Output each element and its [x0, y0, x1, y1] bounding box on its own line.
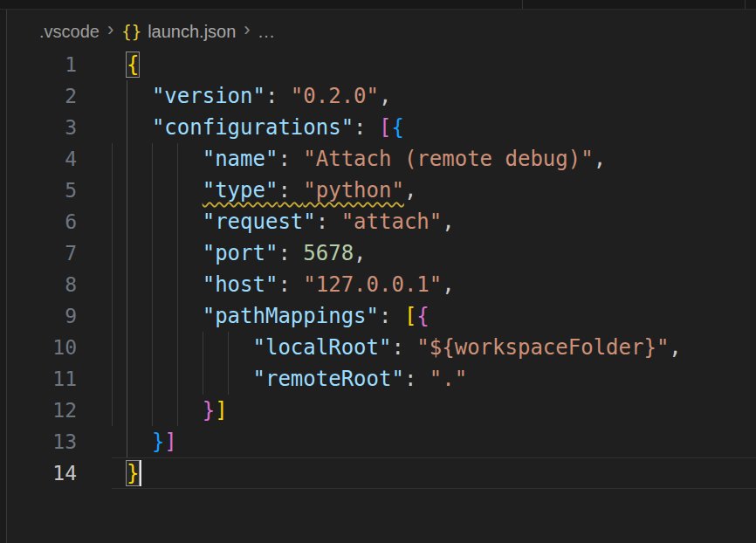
token-str: "."	[430, 367, 467, 391]
code-line-4[interactable]: 4 "name": "Attach (remote debug)",	[0, 143, 756, 175]
token-key: "localRoot"	[253, 335, 392, 360]
line-number-13[interactable]: 13	[0, 426, 77, 457]
code-text: "name": "Attach (remote debug)",	[127, 143, 606, 175]
line-number-4[interactable]: 4	[0, 143, 77, 175]
indent-whitespace	[127, 304, 203, 328]
code-line-2[interactable]: 2 "version": "0.2.0",	[0, 80, 756, 112]
token-str: "attach"	[341, 210, 443, 234]
breadcrumb-symbol-ellipsis[interactable]: ...	[258, 22, 276, 42]
indent-whitespace	[127, 398, 203, 423]
warning-underlined-token: "python"	[303, 178, 404, 203]
line-number-8[interactable]: 8	[0, 269, 77, 300]
indent-whitespace	[127, 115, 152, 140]
code-line-12[interactable]: 12 }]	[0, 395, 756, 426]
token-pun: ,	[404, 178, 416, 203]
token-b1: }	[127, 461, 139, 485]
json-file-icon: {}	[121, 22, 141, 41]
line-number-6[interactable]: 6	[0, 206, 77, 237]
indent-whitespace	[127, 84, 152, 108]
line-number-11[interactable]: 11	[0, 363, 77, 395]
line-number-12[interactable]: 12	[0, 395, 77, 426]
code-line-3[interactable]: 3 "configurations": [{	[0, 112, 756, 143]
token-num: 5678	[303, 241, 354, 265]
token-pun: :	[278, 272, 303, 297]
token-pun: ,	[594, 147, 606, 171]
code-line-9[interactable]: 9 "pathMappings": [{	[0, 300, 756, 332]
token-pun: :	[278, 147, 303, 171]
code-text: "remoteRoot": "."	[127, 363, 467, 395]
line-number-10[interactable]: 10	[0, 332, 77, 363]
indent-whitespace	[127, 178, 203, 203]
token-b1: [	[404, 304, 416, 328]
indent-whitespace	[127, 210, 203, 234]
code-line-1[interactable]: 1{	[0, 49, 756, 80]
code-text: "request": "attach",	[127, 206, 455, 237]
token-pun: :	[316, 210, 341, 234]
indent-whitespace	[127, 147, 203, 171]
code-line-6[interactable]: 6 "request": "attach",	[0, 206, 756, 237]
token-pun: ,	[442, 272, 454, 297]
line-number-14[interactable]: 14	[0, 457, 77, 489]
code-text: "port": 5678,	[127, 237, 367, 269]
scope-guide	[112, 332, 113, 363]
line-number-9[interactable]: 9	[0, 300, 77, 332]
code-editor[interactable]: 1{2 "version": "0.2.0",3 "configurations…	[0, 49, 756, 489]
token-b2: }	[203, 398, 215, 423]
token-b2: ]	[164, 430, 176, 454]
token-str: "0.2.0"	[291, 84, 379, 108]
line-number-5[interactable]: 5	[0, 175, 77, 206]
code-line-14[interactable]: 14}	[0, 457, 756, 489]
token-key: "remoteRoot"	[253, 367, 404, 391]
breadcrumb-folder[interactable]: .vscode	[39, 22, 100, 42]
token-b3: }	[152, 430, 164, 454]
code-text: "host": "127.0.0.1",	[127, 269, 455, 300]
scope-guide	[112, 395, 113, 426]
code-text: "type": "python",	[127, 175, 416, 206]
warning-underlined-token: "type"	[203, 178, 278, 203]
token-pun: ,	[442, 210, 454, 234]
scope-guide	[112, 269, 113, 300]
current-line-highlight	[112, 457, 756, 489]
code-text: }]	[127, 395, 228, 426]
line-number-3[interactable]: 3	[0, 112, 77, 143]
vscode-editor-window: .vscode › {} launch.json › ... 1{2 "vers…	[0, 0, 756, 543]
code-line-5[interactable]: 5 "type": "python",	[0, 175, 756, 206]
token-key: "host"	[203, 272, 278, 297]
token-pun: :	[379, 304, 404, 328]
breadcrumb-file[interactable]: launch.json	[148, 22, 236, 42]
line-number-7[interactable]: 7	[0, 237, 77, 269]
text-cursor	[140, 460, 141, 486]
token-pun: ,	[354, 241, 366, 265]
token-b2: [	[379, 115, 391, 140]
code-line-7[interactable]: 7 "port": 5678,	[0, 237, 756, 269]
code-text: }	[127, 457, 139, 489]
token-pun: :	[354, 115, 379, 140]
token-key: "name"	[203, 147, 278, 171]
tab-bar[interactable]	[0, 0, 756, 10]
token-key: "port"	[203, 241, 278, 265]
warning-underlined-token: :	[278, 178, 303, 203]
code-text: "localRoot": "${workspaceFolder}",	[127, 332, 682, 363]
token-str: "127.0.0.1"	[303, 272, 442, 297]
token-key: "request"	[203, 210, 316, 234]
breadcrumb: .vscode › {} launch.json › ...	[39, 19, 275, 44]
code-text: "pathMappings": [{	[127, 300, 430, 332]
line-number-2[interactable]: 2	[0, 80, 77, 112]
code-line-11[interactable]: 11 "remoteRoot": "."	[0, 363, 756, 395]
code-line-13[interactable]: 13 }]	[0, 426, 756, 457]
code-line-10[interactable]: 10 "localRoot": "${workspaceFolder}",	[0, 332, 756, 363]
tab-divider	[745, 0, 746, 9]
scope-guide	[112, 206, 113, 237]
token-b1: ]	[215, 398, 227, 423]
chevron-right-icon: ›	[244, 18, 250, 41]
token-pun: ,	[379, 84, 391, 108]
token-b3: {	[391, 115, 403, 140]
indent-whitespace	[127, 430, 152, 454]
line-number-1[interactable]: 1	[0, 49, 77, 80]
scope-guide	[112, 143, 113, 175]
indent-whitespace	[127, 335, 253, 360]
code-line-8[interactable]: 8 "host": "127.0.0.1",	[0, 269, 756, 300]
token-str: "Attach (remote debug)"	[303, 147, 593, 171]
indent-whitespace	[127, 241, 203, 265]
scope-guide	[112, 175, 113, 206]
